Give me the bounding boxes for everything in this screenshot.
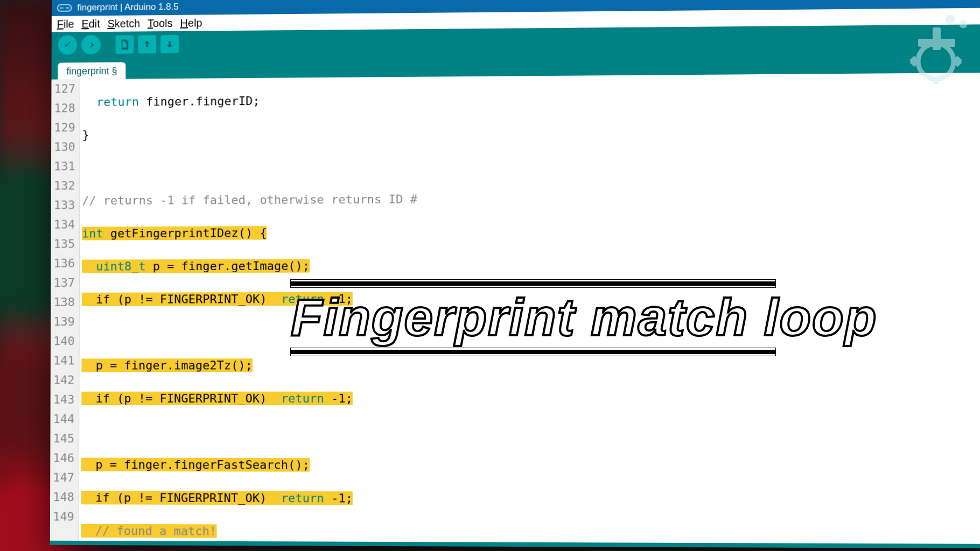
code-line: // found a match! [81,521,980,544]
upload-button[interactable] [81,35,101,54]
code-line: uint8_t p = finger.getImage(); [82,254,980,276]
arrow-down-icon [164,39,175,50]
arrow-right-icon [86,39,96,50]
arduino-ide-window: fingerprint | Arduino 1.8.5 File Edit Sk… [50,0,980,548]
code-line [82,321,980,342]
save-sketch-button[interactable] [160,35,179,53]
line-number-gutter: 127 128 129 130 131 132 133 134 135 136 … [50,79,80,541]
menu-tools[interactable]: Tools [148,17,172,29]
code-line: if (p != FINGERPRINT_OK) return -1; [82,288,980,309]
check-icon [62,39,73,50]
code-line: p = finger.fingerFastSearch(); [81,455,980,477]
file-icon [120,39,130,50]
arrow-up-icon [142,39,152,50]
code-line: return finger.fingerID; [82,86,980,112]
code-line [82,153,980,178]
code-line: // returns -1 if failed, otherwise retur… [82,187,980,210]
new-sketch-button[interactable] [116,36,134,54]
arduino-logo-icon [57,4,72,12]
verify-button[interactable] [58,35,78,54]
code-line: int getFingerprintIDez() { [82,221,980,244]
window-title: fingerprint | Arduino 1.8.5 [77,2,178,13]
menu-help[interactable]: Help [180,17,202,29]
code-line: if (p != FINGERPRINT_OK) return -1; [81,389,980,409]
menu-sketch[interactable]: Sketch [108,17,141,30]
code-line: if (p != FINGERPRINT_OK) return -1; [81,488,980,510]
code-area[interactable]: return finger.fingerID; } // returns -1 … [79,73,980,544]
menu-file[interactable]: File [57,18,74,30]
code-editor[interactable]: 127 128 129 130 131 132 133 134 135 136 … [50,73,980,544]
code-line: p = finger.image2Tz(); [81,355,980,376]
open-sketch-button[interactable] [138,35,156,53]
code-line [81,422,980,442]
menu-edit[interactable]: Edit [81,18,100,30]
tab-fingerprint[interactable]: fingerprint § [58,62,125,80]
code-line: } [82,120,980,145]
